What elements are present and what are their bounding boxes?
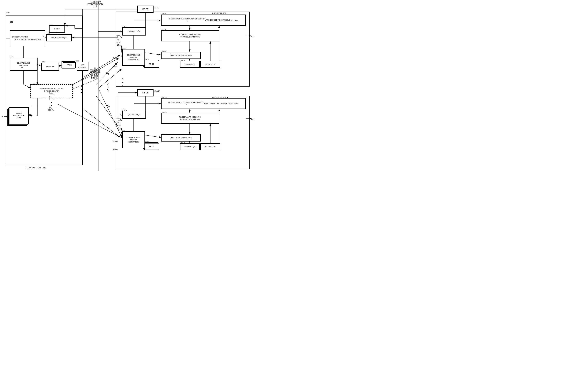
svg-text:•: • — [119, 124, 120, 126]
extract-wm-box: EXTRACT W — [200, 143, 220, 150]
rm-206-ref: 206.m — [113, 149, 118, 151]
diagram-container: • • • • • • — [0, 0, 255, 177]
svg-line-119 — [57, 104, 119, 136]
diagram-ref-200: 200 — [6, 11, 9, 14]
mmsem-box: MMSE RECEIVER DESIGN — [161, 134, 200, 141]
u1-label: u1 — [120, 29, 122, 32]
bf-estimator1-box: BEAMFORMINGMATRIXESTIMATOR — [122, 49, 145, 66]
quantizer1-box: QUANTIZER(S) — [122, 28, 146, 35]
rm-219-ref: 219.m — [113, 140, 118, 142]
um-label: um — [120, 113, 122, 116]
svg-marker-143 — [50, 107, 54, 111]
svg-text:•: • — [122, 84, 124, 88]
fbcb-small-ref: 221 — [49, 24, 52, 26]
ant-1-label: 1 — [49, 89, 50, 91]
svg-text:•: • — [80, 87, 83, 92]
sched-ref: 222 — [10, 21, 13, 23]
ff-control-ref: 229 — [76, 60, 79, 62]
svg-text:•: • — [51, 104, 52, 107]
zm-label: zm — [251, 117, 254, 121]
z1-label: z1 — [251, 34, 254, 38]
encoder-ref: 225 — [42, 61, 45, 63]
receiver1-label: RECEIVER 201.1 — [212, 12, 228, 14]
extract-w1-box: EXTRACT W — [200, 61, 220, 68]
scheduling-box: SCHEDULING ANDBF VECTOR wiDESIGN MODULE — [10, 30, 45, 46]
si-label: si — [1, 115, 3, 118]
vertical-dots-channel: ••• — [107, 79, 109, 92]
extract-y1-box: EXTRACT y1 — [180, 61, 200, 68]
fb-cb-mid-box: FB CB — [138, 89, 153, 96]
svg-marker-145 — [118, 35, 122, 38]
svg-marker-149 — [118, 44, 122, 47]
bfmatrix-ref: 223 — [10, 56, 13, 57]
bf-matrix-w-box: BEAMFORMINGMATRIX W — [10, 58, 37, 71]
ff-control-box: FFCONTROL — [77, 62, 89, 71]
svg-text:•: • — [122, 77, 124, 81]
bf-estimatorm-box: BEAMFORMINGMATRIXESTIMATOR — [122, 131, 145, 148]
svg-text:•: • — [80, 91, 83, 95]
svg-marker-151 — [118, 118, 122, 121]
ff-cb-box: FF CB — [63, 62, 75, 68]
fb-cb-top-box: FB CB — [138, 6, 153, 13]
fb-cb-mid-ref: 211.m — [154, 90, 160, 92]
svg-text:•: • — [119, 41, 120, 43]
svg-marker-137 — [50, 90, 54, 94]
svg-line-67 — [98, 69, 122, 88]
fb-cb-small-box: FB CB — [49, 26, 65, 32]
r1-ffcb-box: FF CB — [144, 61, 159, 68]
ant-2-label: 2 — [49, 96, 50, 98]
svg-line-70 — [85, 110, 120, 137]
mmse1-box: MMSE RECEIVER DESIGN — [161, 52, 200, 59]
xi-label: xi — [30, 113, 31, 116]
transmitter-label: TRANSMITTER 210 — [26, 167, 46, 169]
ant-n-label: N — [49, 107, 50, 109]
rx1-box: RX/SIGNAL PROCESSING/CHANNEL ESTIMATION — [161, 30, 219, 41]
r1-design-ref: 204.1 — [162, 12, 166, 14]
dequantizer-ref: 220 — [46, 32, 49, 34]
svg-marker-155 — [118, 127, 122, 130]
svg-text:•: • — [80, 84, 83, 88]
h1-label: H1 — [106, 72, 109, 75]
rm-antennas-svg: • • — [117, 117, 123, 131]
ui-label: ui — [43, 35, 44, 38]
dequantizer-box: DEQUANTIZER(S) — [46, 34, 72, 41]
svg-line-46 — [37, 64, 41, 66]
design-module-m-box: DESIGN MODULE COMPUTES BF VECTORvm AND E… — [161, 98, 246, 109]
encoder-box: ENCODER — [41, 63, 59, 71]
q1-ref: 218.1 — [122, 26, 127, 28]
quantizerm-box: QUANTIZER(S) — [122, 111, 146, 119]
wi-label: wi — [21, 66, 23, 69]
feedback-feedforward-label: FEEDBACK/FEEDFORWARD215 — [88, 1, 103, 7]
rm-ffcb-box: FF CB — [144, 143, 159, 150]
tx-antennas-svg: • • — [49, 89, 59, 111]
design-module-1-box: DESIGN MODULE COMPUTES BF VECTORv1 AND E… — [161, 15, 246, 26]
r1-antennas-svg: • • — [117, 34, 123, 48]
r1-206-ref: 206.1 — [113, 66, 117, 68]
r1-219-ref: 219.1 — [113, 57, 117, 59]
svg-text:•: • — [122, 81, 124, 84]
fb-cb-top-ref: 211.1 — [154, 6, 159, 9]
svg-line-106 — [24, 84, 30, 88]
svg-marker-139 — [50, 96, 54, 100]
extract-ym-box: EXTRACT ym — [180, 143, 200, 150]
svg-line-47 — [59, 65, 61, 66]
rxm-box: RX/SIGNAL PROCESSING/CHANNEL ESTIMATION — [161, 113, 219, 124]
hm-label: Hm — [106, 104, 110, 108]
signal-proc-box: SIGNALPROCESSOR224.i — [9, 107, 29, 124]
svg-line-101 — [96, 96, 118, 126]
n-precoded-label: NPRECODEDREFERENCESIGNAL(S)OR INDEXBITS … — [88, 67, 102, 79]
